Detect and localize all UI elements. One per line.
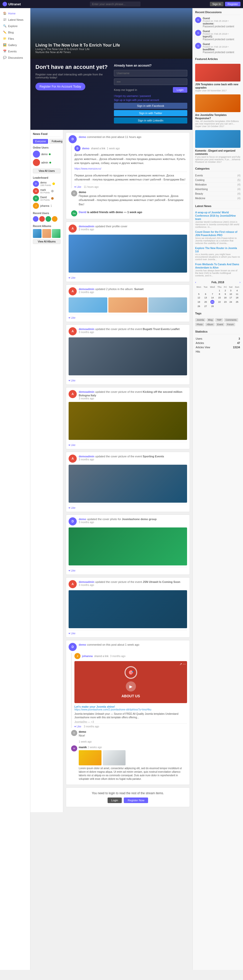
sidebar-left: 🏠 Home 📰 Latest News 🔍 Explore ✏️ Blog 📁… xyxy=(0,8,30,970)
category-name[interactable]: Cooking xyxy=(195,179,205,181)
no-account-link[interactable]: Sign up or login with your social accoun… xyxy=(114,99,187,102)
news-icon: 📰 xyxy=(3,18,6,21)
login-small-button[interactable]: Login xyxy=(108,797,122,803)
twitter-signin-button[interactable]: Sign in with Twitter xyxy=(114,110,187,116)
register-button[interactable]: Register xyxy=(225,2,240,6)
username-link[interactable]: demo xyxy=(79,518,86,520)
view-all-users-button[interactable]: View All Users xyxy=(33,169,60,173)
like-button[interactable]: ♥ Like xyxy=(68,317,75,319)
sidebar-item-files[interactable]: 📁 Files xyxy=(0,35,30,42)
article-title[interactable]: JSN Templates come back with new upgrade… xyxy=(195,83,240,89)
like-button[interactable]: ♥ Like xyxy=(68,444,75,447)
category-name[interactable]: Beauty xyxy=(195,192,203,195)
category-name[interactable]: Advertising xyxy=(195,188,208,191)
play-button[interactable]: ▶ xyxy=(126,681,136,692)
like-button[interactable]: ♥ Like xyxy=(75,186,81,188)
username-link[interactable]: johanna xyxy=(82,654,93,657)
username-link[interactable]: demo xyxy=(82,147,89,150)
header-buttons: Sign In Register xyxy=(210,2,240,6)
like-button[interactable]: ♥ Like xyxy=(68,506,75,509)
news-title[interactable]: Explore The New Router in Joomla 3.8 xyxy=(195,247,240,253)
tag-photo[interactable]: Photo xyxy=(195,323,204,326)
username-link[interactable]: demoadmin xyxy=(79,288,94,291)
like-button[interactable]: ♥ Like xyxy=(68,569,75,572)
username-link[interactable]: demoadmin xyxy=(79,328,94,331)
cal-day: 10 xyxy=(228,292,233,296)
filter-everyone-button[interactable]: Everyone xyxy=(33,139,48,144)
username-link[interactable]: demoadmin xyxy=(79,225,94,228)
like-button[interactable]: ♥ Like xyxy=(75,725,81,728)
cal-day xyxy=(233,304,240,308)
username-link[interactable]: demo xyxy=(79,643,86,646)
tag-album[interactable]: Album xyxy=(205,323,215,326)
avatar: G xyxy=(195,17,201,23)
article-title[interactable]: Are JoomlaShe Templates Responsive? xyxy=(195,113,240,120)
sidebar-item-home[interactable]: 🏠 Home xyxy=(0,10,30,16)
tag-joomla[interactable]: Joomla xyxy=(195,318,205,322)
tag-tmp[interactable]: TMP xyxy=(215,318,223,322)
password-field[interactable] xyxy=(114,78,187,85)
username-link[interactable]: demoadmin xyxy=(79,581,94,583)
view-all-albums-button[interactable]: View All Albums xyxy=(33,239,60,244)
sidebar-item-latest-news[interactable]: 📰 Latest News xyxy=(0,16,30,23)
signin-button[interactable]: Sign In xyxy=(210,2,224,6)
login-button[interactable]: Login xyxy=(173,87,187,92)
category-name[interactable]: Motivation xyxy=(195,183,207,186)
share-icon[interactable]: ↗ xyxy=(179,662,182,666)
online-users-title: Online Users xyxy=(33,146,60,149)
calendar-prev-button[interactable]: ‹ xyxy=(195,281,196,284)
sidebar-item-blog[interactable]: ✏️ Blog xyxy=(0,29,30,35)
calendar-table: Mon Tue Wed Thu Fri Sat Sun 1 2 xyxy=(195,285,240,308)
news-title[interactable]: A wrap-up of Joomla! World Conference 20… xyxy=(195,211,240,221)
categories-section: Categories Events(4) Cooking(5) Motivati… xyxy=(195,167,240,201)
joomla-title[interactable]: Let's make your Joomla shine! xyxy=(75,705,187,708)
calendar-next-button[interactable]: › xyxy=(240,281,240,284)
avatar: D xyxy=(68,517,77,525)
more-icon[interactable]: ⋯ xyxy=(183,662,186,666)
sidebar-item-gallery[interactable]: 🖼️ Gallery xyxy=(0,42,30,48)
category-name[interactable]: Medicine xyxy=(195,197,205,200)
cal-day: 12 xyxy=(195,296,202,299)
like-button[interactable]: ♥ Like xyxy=(68,276,75,279)
cal-day: 13 xyxy=(202,296,209,299)
post-link[interactable]: https://www.morozov.ru/ xyxy=(75,167,187,170)
sidebar-item-discussions[interactable]: 💬 Discussions xyxy=(0,54,30,61)
reg-right: Already have an account? Keep me logged … xyxy=(114,64,187,125)
search-input[interactable] xyxy=(90,2,140,6)
tag-event[interactable]: Event xyxy=(216,323,224,326)
username-link[interactable]: demo xyxy=(79,135,86,138)
username-field[interactable] xyxy=(114,70,187,76)
linkedin-signin-button[interactable]: Sign in with LinkedIn xyxy=(114,118,187,124)
cal-day-header: Sun xyxy=(233,285,240,289)
online-user-admin: admin xyxy=(33,159,60,166)
tag-forum[interactable]: Forum xyxy=(226,323,235,326)
news-title[interactable]: From Wetlands To Canals And Dams Amsterd… xyxy=(195,263,240,269)
like-button[interactable]: ♥ Like xyxy=(68,632,75,635)
facebook-signin-button[interactable]: Sign in with Facebook xyxy=(114,103,187,109)
tag-blog[interactable]: Blog xyxy=(206,318,214,322)
register-account-button[interactable]: Register For An Account Today xyxy=(35,83,85,91)
list-item: G Guest Posted on: Feb 25 2018 • toprc#1… xyxy=(195,30,240,41)
username-link[interactable]: demoadmin xyxy=(79,390,94,393)
joomla-description: Joomla templates Unleash your — Source o… xyxy=(75,712,187,719)
photo-thumb xyxy=(68,298,107,313)
register-now-button[interactable]: Register Now xyxy=(124,797,148,803)
category-name[interactable]: Events xyxy=(195,174,203,177)
sidebar-item-explore[interactable]: 🔍 Explore xyxy=(0,23,30,29)
sidebar-item-events[interactable]: 📅 Events xyxy=(0,48,30,54)
username-link[interactable]: David xyxy=(79,211,86,214)
cal-day-header: Tue xyxy=(202,285,209,289)
username-link[interactable]: demoadmin xyxy=(79,455,94,458)
hero-subtitle: Living In The Now Use It To Enrich Your … xyxy=(35,48,120,51)
news-title[interactable]: Count Down for the First release of JSN … xyxy=(195,230,240,237)
post-action: updated the cover photo for Joomlashone … xyxy=(87,518,157,520)
list-item: Events(4) xyxy=(195,173,240,178)
tag-comments[interactable]: Comments xyxy=(224,318,238,322)
post-username: demoadmin xyxy=(79,455,94,458)
filter-following-button[interactable]: Following xyxy=(49,139,65,144)
like-button[interactable]: ♥ Like xyxy=(68,379,75,382)
joomla-link[interactable]: https://www.joomlashone.com/2-joomlashon… xyxy=(75,708,187,711)
forgot-link[interactable]: I forgot my username / password xyxy=(114,95,187,97)
comment: D demo Первая доска объявлений по продаж… xyxy=(68,190,187,208)
article-title[interactable]: Komento - Elegant and organized comments xyxy=(195,149,240,156)
